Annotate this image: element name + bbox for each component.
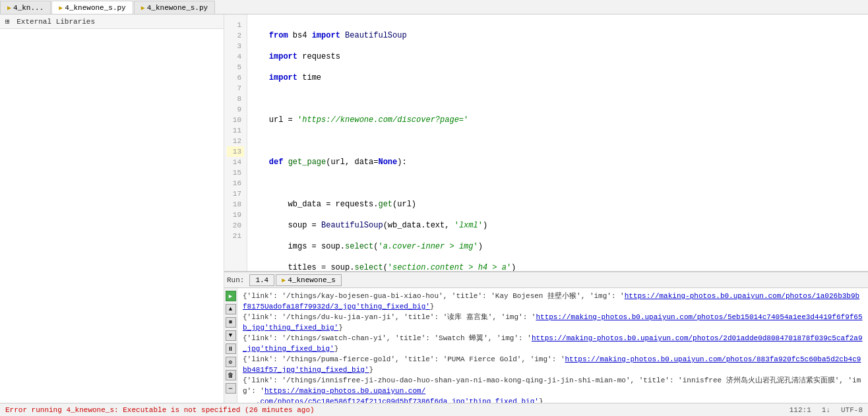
code-content[interactable]: - from bs4 import BeautifulSoup import r… (247, 15, 868, 271)
tab-label-knewone-s2: 4_knewone_s.py (147, 4, 208, 12)
tab-knewone-s2[interactable]: ▶ 4_knewone_s.py (134, 1, 215, 14)
tab-label-reply: 4_kn... (13, 4, 44, 12)
code-line-1: - from bs4 import BeautifulSoup (250, 30, 865, 41)
status-encoding: UTF-8 (841, 406, 863, 414)
run-toolbar: Run: 1.4 ▶ 4_knewone_s (224, 272, 868, 288)
tab-icon-reply: ▶ (7, 4, 11, 12)
sidebar: ⊞ External Libraries (0, 15, 224, 403)
main-container: ▶ 4_kn... ▶ 4_knewone_s.py ▶ 4_knewone_s… (0, 0, 868, 416)
code-line-9: wb_data = requests.get(url) (250, 199, 865, 210)
status-bar: Error running 4_knewone_s: Executable is… (0, 403, 868, 416)
output-link-2[interactable]: https://making-photos.b0.upaiyun.com/pho… (243, 313, 863, 332)
run-tab-icon: ▶ (282, 276, 286, 284)
run-more-button[interactable]: ⋯ (226, 383, 236, 394)
code-editor[interactable]: 1 2 3 4 5 6 7 8 9 10 11 12 13 14 15 16 1 (224, 15, 868, 271)
tab-label-knewone-s: 4_knewone_s.py (65, 4, 125, 12)
run-output[interactable]: {'link': '/things/kay-bojesen-gua-bi-xia… (237, 288, 868, 403)
status-indent: 1↓ (822, 406, 830, 414)
code-line-2: import requests (250, 51, 865, 62)
run-panel: Run: 1.4 ▶ 4_knewone_s ▶ ▲ (224, 271, 868, 403)
run-trash-button[interactable]: 🗑 (226, 370, 236, 380)
output-line-2: {'link': '/things/du-ku-jia-yan-ji', 'ti… (243, 312, 863, 333)
tab-icon-knewone-s2: ▶ (141, 4, 145, 12)
run-settings-button[interactable]: ⚙ (226, 357, 236, 367)
code-line-6 (250, 136, 865, 146)
code-line-4 (250, 94, 865, 104)
tab-knewone-s[interactable]: ▶ 4_knewone_s.py (51, 1, 133, 14)
status-right: 112:1 1↓ UTF-8 (790, 406, 863, 414)
run-play-button[interactable]: ▶ (226, 291, 236, 301)
sidebar-title: ⊞ External Libraries (0, 15, 224, 29)
tab-icon-knewone-s: ▶ (59, 4, 63, 12)
status-error: Error running 4_knewone_s: Executable is… (5, 406, 315, 414)
output-line-5: {'link': '/things/innisfree-ji-zhou-dao-… (243, 375, 863, 403)
code-line-3: import time (250, 73, 865, 83)
run-tab-filename[interactable]: ▶ 4_knewone_s (276, 274, 342, 286)
run-pause-button[interactable]: ⏸ (226, 343, 236, 354)
content-area: ⊞ External Libraries 1 2 3 4 5 6 7 8 9 (0, 15, 868, 403)
output-link-3[interactable]: https://making-photos.b0.upaiyun.com/pho… (243, 334, 863, 353)
output-link-4[interactable]: https://making-photos.b0.upaiyun.com/pho… (243, 355, 861, 374)
run-up-button[interactable]: ▲ (226, 304, 236, 314)
run-tab-label: 4_knewone_s (288, 276, 336, 284)
code-line-11: imgs = soup.select('a.cover-inner > img'… (250, 241, 865, 252)
tab-reply[interactable]: ▶ 4_kn... (0, 1, 51, 14)
run-label: Run: (227, 276, 244, 284)
code-line-7: - def get_page(url, data=None): (250, 157, 865, 167)
code-line-12: titles = soup.select('section.content > … (250, 262, 865, 271)
run-tab-version[interactable]: 1.4 (249, 274, 274, 286)
code-line-10: soup = BeautifulSoup(wb_data.text, 'lxml… (250, 220, 865, 231)
run-stop-button[interactable]: ■ (226, 317, 236, 328)
sidebar-label: External Libraries (16, 18, 95, 26)
status-line-col: 112:1 (790, 406, 811, 414)
output-link-5[interactable]: https://making-photos.b0.upaiyun.com/ .c… (243, 387, 539, 403)
sidebar-icon: ⊞ (5, 18, 10, 26)
run-version: 1.4 (255, 276, 268, 284)
output-line-4: {'link': '/things/puma-fierce-gold', 'ti… (243, 354, 863, 375)
output-line-3: {'link': '/things/swatch-chan-yi', 'titl… (243, 333, 863, 354)
line-numbers: 1 2 3 4 5 6 7 8 9 10 11 12 13 14 15 16 1 (224, 15, 247, 271)
code-line-5: url = 'https://knewone.com/discover?page… (250, 115, 865, 125)
run-sidebar-buttons: ▶ ▲ ■ ▼ ⏸ ⚙ 🗑 ⋯ (224, 288, 237, 403)
code-line-8 (250, 178, 865, 189)
tab-bar: ▶ 4_kn... ▶ 4_knewone_s.py ▶ 4_knewone_s… (0, 0, 868, 15)
editor-container: 1 2 3 4 5 6 7 8 9 10 11 12 13 14 15 16 1 (224, 15, 868, 403)
run-down-button[interactable]: ▼ (226, 330, 236, 341)
output-link-1[interactable]: https://making-photos.b0.upaiyun.com/pho… (243, 292, 859, 311)
run-content-area: ▶ ▲ ■ ▼ ⏸ ⚙ 🗑 ⋯ {'link': '/things/kay-bo… (224, 288, 868, 403)
output-line-1: {'link': '/things/kay-bojesen-gua-bi-xia… (243, 291, 863, 312)
